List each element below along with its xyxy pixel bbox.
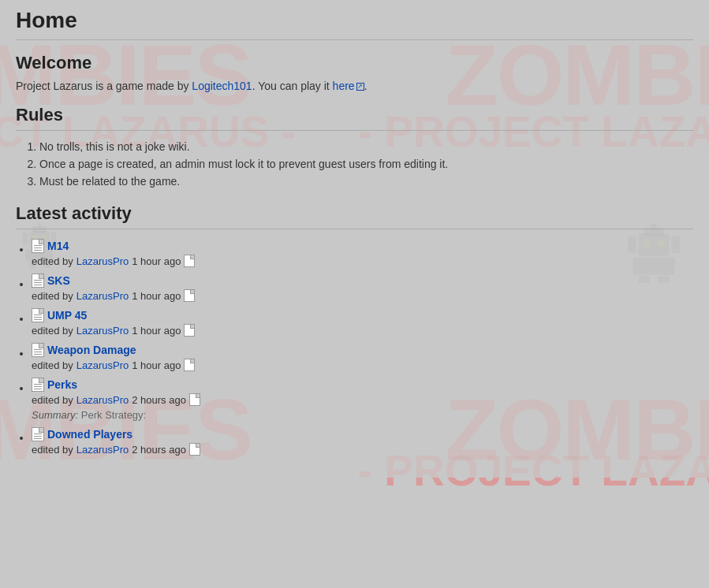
- welcome-middle: . You can play it: [252, 80, 333, 92]
- editor-link[interactable]: LazarusPro: [76, 394, 129, 406]
- editor-link[interactable]: LazarusPro: [76, 290, 129, 302]
- edit-doc-icon: [184, 359, 195, 371]
- summary-label: Summary:: [32, 409, 81, 421]
- summary-line: Summary: Perk Strategy:: [32, 409, 693, 421]
- activity-item-link[interactable]: Downed Players: [47, 428, 132, 441]
- rules-heading: Rules: [16, 105, 693, 131]
- activity-list-item: Weapon Damageedited by LazarusPro 1 hour…: [32, 343, 693, 371]
- activity-item-row: Perks: [32, 378, 693, 392]
- activity-item-link[interactable]: M14: [47, 240, 69, 252]
- editor-link[interactable]: LazarusPro: [76, 255, 129, 267]
- activity-item-link[interactable]: UMP 45: [47, 309, 87, 322]
- edit-info: edited by LazarusPro 2 hours ago: [32, 443, 693, 456]
- edit-info: edited by LazarusPro 1 hour ago: [32, 324, 693, 337]
- rules-section: Rules No trolls, this is not a joke wiki…: [16, 105, 693, 188]
- author-link[interactable]: Logitech101: [192, 80, 252, 92]
- editor-link[interactable]: LazarusPro: [76, 325, 129, 337]
- activity-list-item: UMP 45edited by LazarusPro 1 hour ago: [32, 308, 693, 337]
- activity-list-item: M14edited by LazarusPro 1 hour ago: [32, 239, 693, 267]
- activity-item-row: SKS: [32, 274, 693, 288]
- activity-section: Latest activity M14edited by LazarusPro …: [16, 203, 693, 456]
- edit-doc-icon: [184, 324, 195, 337]
- activity-list: M14edited by LazarusPro 1 hour ago SKSed…: [32, 239, 693, 456]
- activity-item-row: Weapon Damage: [32, 343, 693, 357]
- welcome-prefix: Project Lazarus is a game made by: [16, 80, 192, 92]
- here-link[interactable]: here: [333, 80, 364, 92]
- edit-info: edited by LazarusPro 2 hours ago: [32, 393, 693, 406]
- activity-list-item: SKSedited by LazarusPro 1 hour ago: [32, 274, 693, 302]
- document-icon: [32, 378, 44, 392]
- activity-list-item: Perksedited by LazarusPro 2 hours ago Su…: [32, 378, 693, 421]
- activity-item-row: UMP 45: [32, 308, 693, 322]
- document-icon: [32, 274, 44, 288]
- page-title: Home: [16, 8, 693, 40]
- welcome-section: Welcome Project Lazarus is a game made b…: [16, 53, 693, 92]
- document-icon: [32, 427, 44, 441]
- activity-list-item: Downed Playersedited by LazarusPro 2 hou…: [32, 427, 693, 456]
- welcome-text: Project Lazarus is a game made by Logite…: [16, 80, 693, 92]
- activity-heading: Latest activity: [16, 203, 693, 229]
- edit-doc-icon: [189, 393, 200, 406]
- editor-link[interactable]: LazarusPro: [76, 359, 129, 371]
- welcome-heading: Welcome: [16, 53, 693, 73]
- edit-info: edited by LazarusPro 1 hour ago: [32, 359, 693, 371]
- summary-text: Perk Strategy:: [81, 409, 146, 421]
- edit-doc-icon: [189, 443, 200, 456]
- activity-item-link[interactable]: Perks: [47, 378, 77, 391]
- activity-item-link[interactable]: Weapon Damage: [47, 344, 136, 356]
- edit-info: edited by LazarusPro 1 hour ago: [32, 289, 693, 302]
- activity-item-link[interactable]: SKS: [47, 274, 70, 287]
- editor-link[interactable]: LazarusPro: [76, 444, 129, 456]
- document-icon: [32, 308, 44, 322]
- activity-item-row: Downed Players: [32, 427, 693, 441]
- rule-item-1: No trolls, this is not a joke wiki.: [39, 140, 693, 153]
- main-content: Home Welcome Project Lazarus is a game m…: [0, 0, 709, 478]
- activity-item-row: M14: [32, 239, 693, 253]
- edit-info: edited by LazarusPro 1 hour ago: [32, 255, 693, 267]
- document-icon: [32, 343, 44, 357]
- rules-list: No trolls, this is not a joke wiki. Once…: [39, 140, 693, 188]
- external-link-icon: [356, 83, 364, 91]
- edit-doc-icon: [184, 255, 195, 267]
- welcome-suffix: .: [364, 80, 368, 92]
- document-icon: [32, 239, 44, 253]
- rule-item-3: Must be related to the game.: [39, 175, 693, 188]
- edit-doc-icon: [184, 289, 195, 302]
- rule-item-2: Once a page is created, an admin must lo…: [39, 158, 693, 170]
